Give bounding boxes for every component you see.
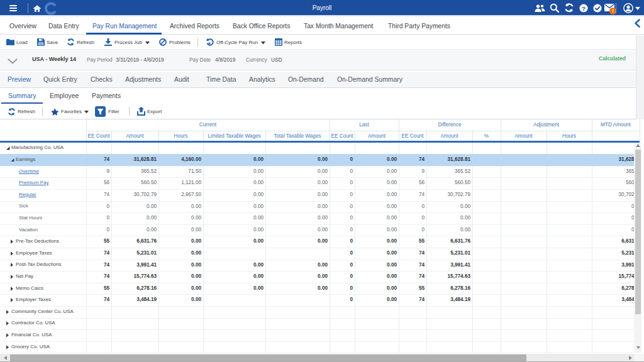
svg-text:?: ? bbox=[582, 4, 586, 11]
